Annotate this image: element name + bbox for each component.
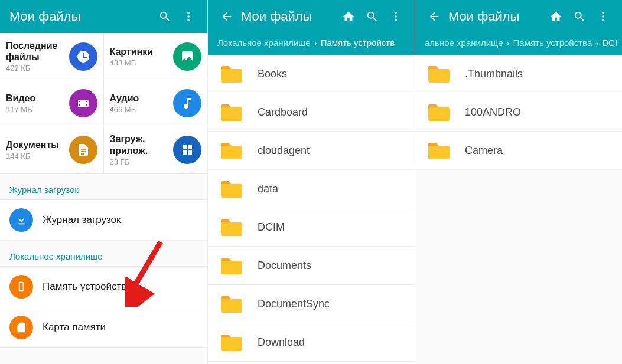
folder-row[interactable]: GoesMaps xyxy=(208,362,415,364)
folder-row[interactable]: .Thumbnails xyxy=(415,55,622,93)
appbar: Мои файлы xyxy=(208,0,415,33)
category-image[interactable]: Картинки433 МБ xyxy=(104,33,208,80)
appbar: Мои файлы xyxy=(0,0,207,33)
app-title: Мои файлы xyxy=(446,9,544,24)
folder-name: .Thumbnails xyxy=(465,68,523,80)
storage-row[interactable]: Карта памяти xyxy=(0,307,207,348)
svg-point-17 xyxy=(395,19,397,22)
doc-icon xyxy=(69,136,97,164)
folder-name: DCIM xyxy=(258,221,285,234)
search-icon[interactable] xyxy=(568,5,591,28)
folder-icon xyxy=(220,179,243,198)
home-icon[interactable] xyxy=(337,5,360,28)
folder-list: BooksCardboardcloudagentdataDCIMDocument… xyxy=(208,55,415,364)
svg-rect-10 xyxy=(183,150,187,155)
app-title: Мои файлы xyxy=(239,9,337,24)
folder-row[interactable]: DocumentSync xyxy=(208,285,415,323)
storage-row[interactable]: Память устройства xyxy=(0,267,207,307)
svg-rect-6 xyxy=(86,101,87,102)
breadcrumb-item[interactable]: Память устройств xyxy=(321,38,395,48)
home-icon[interactable] xyxy=(544,5,568,28)
breadcrumb-sep: › xyxy=(507,38,510,48)
category-title: Картинки xyxy=(110,46,169,57)
folder-row[interactable]: Books xyxy=(208,55,415,93)
folder-icon xyxy=(220,256,243,275)
svg-rect-11 xyxy=(188,150,192,155)
folder-icon xyxy=(220,333,243,352)
svg-rect-9 xyxy=(188,145,192,149)
search-icon[interactable] xyxy=(153,5,177,28)
folder-name: Download xyxy=(258,336,305,349)
category-size: 144 КБ xyxy=(6,152,64,160)
back-icon[interactable] xyxy=(215,5,239,28)
folder-row[interactable]: Documents xyxy=(208,247,415,285)
folder-icon xyxy=(427,103,451,122)
sd-icon xyxy=(9,316,33,339)
svg-rect-3 xyxy=(78,100,89,107)
phone-icon xyxy=(9,275,33,299)
category-size: 117 МБ xyxy=(6,105,64,114)
folder-row[interactable]: 100ANDRO xyxy=(415,93,622,132)
folder-name: 100ANDRO xyxy=(465,106,521,119)
folder-row[interactable]: DCIM xyxy=(208,208,415,247)
folder-row[interactable]: Download xyxy=(208,323,415,362)
folder-row[interactable]: cloudagent xyxy=(208,132,415,170)
search-icon[interactable] xyxy=(360,5,384,28)
breadcrumb-item[interactable]: DCI xyxy=(602,38,617,48)
folder-row[interactable]: Camera xyxy=(415,132,622,170)
more-icon[interactable] xyxy=(591,5,615,28)
folder-row[interactable]: Cardboard xyxy=(208,93,415,132)
svg-rect-5 xyxy=(79,104,80,106)
breadcrumb-item[interactable]: Память устройства xyxy=(513,38,592,48)
category-apps[interactable]: Загруж. прилож.23 ГБ xyxy=(104,126,208,173)
category-recent[interactable]: Последние файлы422 КБ xyxy=(0,33,104,80)
folder-icon xyxy=(427,64,451,83)
download-icon xyxy=(9,208,33,232)
category-grid: Последние файлы422 КБКартинки433 МБВидео… xyxy=(0,33,207,174)
category-title: Видео xyxy=(6,93,64,104)
more-icon[interactable] xyxy=(177,5,200,28)
category-doc[interactable]: Документы144 КБ xyxy=(0,126,104,173)
folder-name: DocumentSync xyxy=(258,298,330,310)
svg-point-21 xyxy=(602,19,604,22)
svg-point-2 xyxy=(187,19,190,22)
image-icon xyxy=(173,42,201,71)
row-label: Память устройства xyxy=(43,281,132,293)
category-video[interactable]: Видео117 МБ xyxy=(0,80,104,126)
svg-point-16 xyxy=(395,15,397,18)
panel-device-storage: Мои файлы Локальное хранилище›Память уст… xyxy=(207,0,415,364)
category-title: Загруж. прилож. xyxy=(110,133,169,156)
category-size: 422 КБ xyxy=(6,64,64,73)
storage-row[interactable]: Журнал загрузок xyxy=(0,200,207,241)
breadcrumb[interactable]: Локальное хранилище›Память устройств xyxy=(208,33,415,55)
svg-rect-4 xyxy=(79,101,80,102)
folder-name: Books xyxy=(258,68,287,80)
back-icon[interactable] xyxy=(422,5,446,28)
svg-point-1 xyxy=(187,15,190,18)
row-label: Карта памяти xyxy=(43,322,106,333)
folder-row[interactable]: data xyxy=(208,170,415,208)
category-size: 433 МБ xyxy=(110,58,169,67)
category-size: 23 ГБ xyxy=(110,158,169,166)
svg-point-0 xyxy=(187,12,190,14)
section-header: Журнал загрузок xyxy=(0,174,207,200)
svg-point-19 xyxy=(602,12,604,14)
recent-icon xyxy=(69,42,97,71)
folder-icon xyxy=(220,103,243,122)
folder-list: .Thumbnails100ANDROCamera xyxy=(415,55,622,170)
video-icon xyxy=(69,89,97,117)
folder-icon xyxy=(220,64,243,83)
app-title: Мои файлы xyxy=(7,9,153,24)
breadcrumb-item[interactable]: альное хранилище xyxy=(425,38,503,48)
category-audio[interactable]: Аудио466 МБ xyxy=(104,80,208,126)
folder-icon xyxy=(220,218,243,237)
category-title: Аудио xyxy=(110,93,169,104)
folder-name: cloudagent xyxy=(258,145,310,157)
breadcrumb[interactable]: альное хранилище›Память устройства›DCI xyxy=(415,33,622,55)
more-icon[interactable] xyxy=(384,5,408,28)
folder-icon xyxy=(220,141,243,160)
apps-icon xyxy=(173,136,201,164)
breadcrumb-item[interactable]: Локальное хранилище xyxy=(217,38,311,48)
category-title: Последние файлы xyxy=(6,40,64,63)
svg-rect-7 xyxy=(86,104,87,106)
